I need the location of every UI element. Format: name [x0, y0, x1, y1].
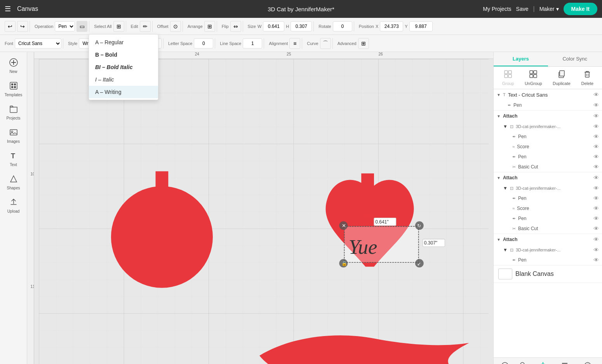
curve-button[interactable]: ⌒ [320, 38, 331, 49]
eye-score-1[interactable]: 👁 [593, 144, 599, 150]
operation-icon-button[interactable]: ▭ [77, 21, 87, 32]
eye-icon-sub-2[interactable]: 👁 [593, 185, 599, 191]
tab-layers[interactable]: Layers [494, 52, 548, 66]
sidebar-item-shapes[interactable]: Shapes [2, 172, 26, 193]
style-option-regular[interactable]: A – Regular [89, 36, 158, 49]
style-option-writing[interactable]: A – Writing [89, 86, 158, 98]
redo-button[interactable]: ↪ [17, 21, 28, 32]
pen-3a[interactable]: ✒ Pen 👁 [494, 255, 602, 265]
ungroup-action[interactable]: UnGroup [525, 70, 542, 86]
layer-subgroup-2[interactable]: ▼ ⊡ 3D-cat-jennifermaker-... 👁 [494, 183, 602, 193]
basic-cut-1[interactable]: ✂ Basic Cut 👁 [494, 162, 602, 172]
pen-1a[interactable]: ✒ Pen 👁 [494, 132, 602, 142]
flip-button[interactable]: ⇔ [230, 21, 241, 32]
slice-tool[interactable]: Slice [497, 360, 513, 364]
sidebar-item-projects[interactable]: Projects [2, 102, 26, 123]
pen-2b[interactable]: ✒ Pen 👁 [494, 213, 602, 224]
eye-basic-cut-2[interactable]: 👁 [593, 225, 599, 232]
weld-tool[interactable]: Weld [515, 360, 531, 364]
duplicate-action[interactable]: Duplicate [553, 70, 571, 86]
maker-dropdown[interactable]: Maker ▾ [539, 6, 559, 12]
rotate-input[interactable] [333, 21, 352, 31]
alignment-label: Alignment [269, 41, 288, 46]
style-option-italic[interactable]: I – Italic [89, 73, 158, 86]
my-projects-link[interactable]: My Projects [483, 6, 511, 12]
group-label: Group [502, 81, 514, 86]
eye-pen-1a[interactable]: 👁 [593, 133, 599, 140]
svg-rect-33 [508, 71, 512, 74]
basic-cut-2[interactable]: ✂ Basic Cut 👁 [494, 224, 602, 234]
letter-space-group: Letter Space [167, 38, 215, 49]
edit-button[interactable]: ✏ [140, 21, 151, 32]
sidebar-item-templates[interactable]: Templates [2, 78, 26, 100]
delete-action[interactable]: Delete [581, 70, 593, 86]
save-button[interactable]: Save [516, 6, 529, 12]
flip-group: Flip ⇔ [220, 21, 243, 32]
layer-header-attach-1[interactable]: ▼ Attach 👁 [494, 111, 602, 121]
sidebar-item-text[interactable]: T Text [2, 148, 26, 170]
eye-icon-text[interactable]: 👁 [593, 92, 599, 98]
eye-icon-attach-3[interactable]: 👁 [593, 236, 599, 243]
sidebar-item-text-label: Text [10, 163, 17, 167]
style-dropdown: A – Regular B – Bold BI – Bold Italic I … [89, 34, 158, 100]
svg-text:↙: ↙ [417, 261, 421, 267]
align-left-button[interactable]: ≡ [289, 38, 300, 49]
undo-button[interactable]: ↩ [5, 21, 16, 32]
style-option-bold[interactable]: B – Bold [89, 49, 158, 61]
line-space-input[interactable] [243, 38, 262, 49]
hamburger-menu[interactable]: ☰ [5, 5, 11, 13]
operation-select[interactable]: Pen [55, 21, 75, 31]
style-option-bold-italic[interactable]: BI – Bold Italic [89, 61, 158, 73]
layer-header-text[interactable]: ▼ T Text - Cricut Sans 👁 [494, 89, 602, 100]
contour-tool[interactable]: Contour [577, 360, 598, 364]
operation-label: Operation [35, 24, 53, 29]
delete-icon [583, 70, 592, 80]
layer-header-attach-3[interactable]: ▼ Attach 👁 [494, 234, 602, 245]
sidebar-item-upload[interactable]: Upload [2, 195, 26, 217]
eye-pen-2a[interactable]: 👁 [593, 195, 599, 201]
delete-label: Delete [581, 81, 593, 86]
eye-icon-sub-3[interactable]: 👁 [593, 247, 599, 253]
score-2[interactable]: ≈ Score 👁 [494, 203, 602, 213]
select-all-button[interactable]: ⊞ [113, 21, 124, 32]
attach-tool[interactable]: Attach [534, 360, 552, 364]
offset-button[interactable]: ⊙ [170, 21, 181, 32]
layer-subgroup-3[interactable]: ▼ ⊡ 3D-cat-jennifermaker-... 👁 [494, 245, 602, 255]
group-action[interactable]: Group [502, 70, 514, 86]
eye-icon-sub-1[interactable]: 👁 [593, 123, 599, 130]
svg-rect-36 [530, 71, 533, 74]
score-1[interactable]: ≈ Score 👁 [494, 142, 602, 152]
height-input[interactable] [291, 21, 312, 31]
flatten-tool[interactable]: Flatten [555, 360, 574, 364]
arrange-button[interactable]: ⊞ [204, 21, 215, 32]
ungroup-icon [529, 70, 538, 80]
eye-pen-1b[interactable]: 👁 [593, 154, 599, 160]
pen-layer-text[interactable]: ✒ Pen 👁 [494, 100, 602, 110]
sidebar-item-images[interactable]: Images [2, 125, 26, 147]
sidebar-item-new[interactable]: New [2, 55, 26, 77]
make-it-button[interactable]: Make It [564, 3, 597, 15]
layer-subgroup-1[interactable]: ▼ ⊡ 3D-cat-jennifermaker-... 👁 [494, 121, 602, 132]
canvas-content[interactable]: Yue ✕ ↻ 🔒 ↙ 0.641" [34, 59, 493, 364]
eye-icon-pen-text[interactable]: 👁 [593, 102, 599, 108]
pos-y-input[interactable] [409, 21, 433, 31]
eye-basic-cut-1[interactable]: 👁 [593, 164, 599, 170]
contour-icon [584, 362, 592, 364]
projects-icon [9, 105, 18, 115]
layer-header-attach-2[interactable]: ▼ Attach 👁 [494, 172, 602, 183]
width-input[interactable] [263, 21, 284, 31]
eye-pen-3a[interactable]: 👁 [593, 257, 599, 263]
letter-space-input[interactable] [194, 38, 213, 49]
eye-score-2[interactable]: 👁 [593, 205, 599, 211]
eye-pen-2b[interactable]: 👁 [593, 215, 599, 222]
slice-icon [501, 362, 509, 364]
font-select[interactable]: Cricut Sans [15, 38, 61, 49]
pen-1b[interactable]: ✒ Pen 👁 [494, 152, 602, 162]
tab-color-sync[interactable]: Color Sync [548, 52, 602, 66]
advanced-button[interactable]: ⊞ [358, 38, 369, 49]
eye-icon-attach-2[interactable]: 👁 [593, 175, 599, 181]
pos-x-input[interactable] [380, 21, 403, 31]
eye-icon-attach-1[interactable]: 👁 [593, 113, 599, 119]
pen-2a[interactable]: ✒ Pen 👁 [494, 193, 602, 203]
expand-icon-attach-1: ▼ [497, 114, 501, 118]
